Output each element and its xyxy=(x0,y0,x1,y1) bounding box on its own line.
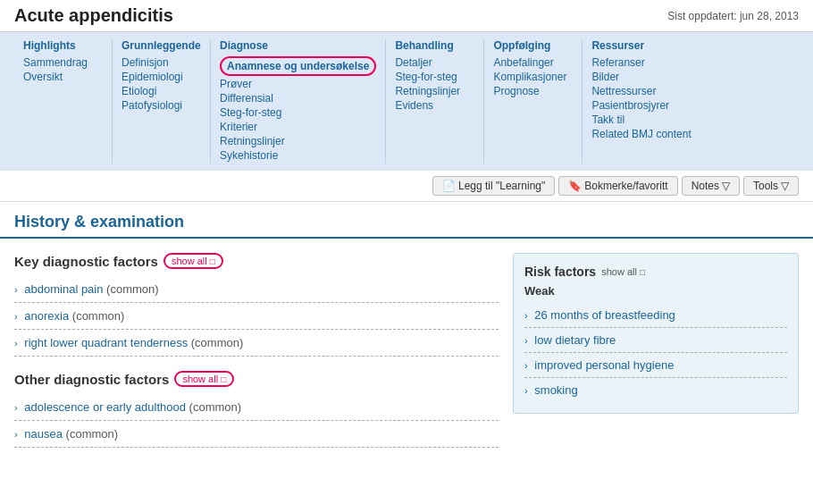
main-content: Key diagnostic factors show all □ › abdo… xyxy=(0,239,813,476)
nav-item-related-bmj[interactable]: Related BMJ content xyxy=(591,128,691,140)
chevron-icon: › xyxy=(14,311,18,322)
nav-item-evidens[interactable]: Evidens xyxy=(395,99,474,112)
nav-col-header-behandling: Behandling xyxy=(395,39,474,52)
other-factors-show-all-button[interactable]: show all □ xyxy=(174,371,234,387)
nav-item-definisjon[interactable]: Definisjon xyxy=(122,56,201,69)
nav-item-prover[interactable]: Prøver xyxy=(220,78,376,90)
nav-col-header-grunnleggende: Grunnleggende xyxy=(122,39,201,52)
chevron-icon: › xyxy=(524,385,528,396)
risk-item-dietary-fibre: › low dietary fibre xyxy=(524,328,787,353)
notes-label: Notes xyxy=(691,180,719,192)
risk-item-smoking: › smoking xyxy=(524,378,787,402)
tools-label: Tools xyxy=(753,180,778,192)
nav-item-retningslinjer-beh[interactable]: Retningslinjer xyxy=(395,85,474,97)
nav-columns: Highlights Sammendrag Oversikt Grunnlegg… xyxy=(14,39,799,164)
bookmark-icon: 🔖 xyxy=(568,180,582,192)
key-factors-show-all-icon: □ xyxy=(210,256,215,266)
add-to-learning-button[interactable]: 📄 Legg til "Learning" xyxy=(432,176,555,196)
bookmark-label: Bokmerke/favoritt xyxy=(584,180,667,192)
nav-item-anbefalinger[interactable]: Anbefalinger xyxy=(493,56,573,69)
key-factor-abdominal-pain: › abdominal pain (common) xyxy=(14,276,499,303)
key-factor-anorexia-link[interactable]: anorexia xyxy=(24,309,69,323)
bookmark-button[interactable]: 🔖 Bokmerke/favoritt xyxy=(558,176,677,196)
other-factor-nausea: › nausea (common) xyxy=(14,421,499,448)
nav-col-ressurser: Ressurser Referanser Bilder Nettressurse… xyxy=(583,39,700,164)
chevron-icon: › xyxy=(524,360,528,371)
nav-col-grunnleggende: Grunnleggende Definisjon Epidemiologi Et… xyxy=(113,39,211,164)
last-updated: Sist oppdatert: jun 28, 2013 xyxy=(667,10,799,22)
notes-chevron-icon: ▽ xyxy=(722,180,730,192)
nav-item-prognose[interactable]: Prognose xyxy=(493,85,573,97)
nav-menu: Highlights Sammendrag Oversikt Grunnlegg… xyxy=(0,32,813,171)
nav-item-retningslinjer-diag[interactable]: Retningslinjer xyxy=(220,135,376,147)
nav-item-kriterier[interactable]: Kriterier xyxy=(220,121,376,133)
nav-item-oversikt[interactable]: Oversikt xyxy=(23,71,103,83)
nav-item-patofysiologi[interactable]: Patofysiologi xyxy=(122,99,201,112)
toolbar: 📄 Legg til "Learning" 🔖 Bokmerke/favorit… xyxy=(0,171,813,202)
other-factor-adolescence-link[interactable]: adolescence or early adulthood xyxy=(24,400,186,414)
nav-item-differensial[interactable]: Differensial xyxy=(220,92,376,105)
key-factors-section: Key diagnostic factors show all □ › abdo… xyxy=(14,253,499,357)
nav-item-komplikasjoner[interactable]: Komplikasjoner xyxy=(493,71,573,83)
key-factors-title: Key diagnostic factors show all □ xyxy=(14,253,499,269)
add-to-learning-icon: 📄 xyxy=(442,180,456,192)
risk-breastfeeding-link[interactable]: 26 months of breastfeeding xyxy=(534,308,675,322)
page-title: Acute appendicitis xyxy=(14,5,173,26)
nav-col-diagnose: Diagnose Anamnese og undersøkelse Prøver… xyxy=(211,39,386,164)
nav-item-sykehistorie[interactable]: Sykehistorie xyxy=(220,149,376,162)
section-title: History & examination xyxy=(0,202,813,239)
other-factor-nausea-link[interactable]: nausea xyxy=(24,427,63,441)
nav-col-oppfolging: Oppfølging Anbefalinger Komplikasjoner P… xyxy=(484,39,583,164)
nav-item-detaljer[interactable]: Detaljer xyxy=(395,56,474,69)
risk-factors-panel: Risk factors show all □ Weak › 26 months… xyxy=(513,253,799,414)
nav-item-referanser[interactable]: Referanser xyxy=(591,56,691,69)
risk-item-personal-hygiene: › improved personal hygiene xyxy=(524,353,787,378)
nav-item-steg-for-steg-diag[interactable]: Steg-for-steg xyxy=(220,106,376,119)
chevron-icon: › xyxy=(14,429,18,440)
key-factor-anorexia: › anorexia (common) xyxy=(14,303,499,330)
nav-item-steg-for-steg-beh[interactable]: Steg-for-steg xyxy=(395,71,474,83)
risk-weak-title: Weak xyxy=(524,284,787,298)
other-factor-adolescence: › adolescence or early adulthood (common… xyxy=(14,394,499,421)
title-bar: Acute appendicitis Sist oppdatert: jun 2… xyxy=(0,0,813,32)
nav-item-pasientbrosjyrer[interactable]: Pasientbrosjyrer xyxy=(591,99,691,112)
other-factors-section: Other diagnostic factors show all □ › ad… xyxy=(14,371,499,448)
chevron-icon: › xyxy=(14,338,18,349)
chevron-icon: › xyxy=(14,284,18,295)
nav-col-behandling: Behandling Detaljer Steg-for-steg Retnin… xyxy=(386,39,484,164)
risk-item-breastfeeding: › 26 months of breastfeeding xyxy=(524,303,787,328)
nav-item-anamnese[interactable]: Anamnese og undersøkelse xyxy=(220,56,376,76)
nav-item-epidemiologi[interactable]: Epidemiologi xyxy=(122,71,201,83)
key-factor-right-lower-quadrant-link[interactable]: right lower quadrant tenderness xyxy=(24,336,188,349)
other-factors-title: Other diagnostic factors show all □ xyxy=(14,371,499,387)
key-factors-show-all-button[interactable]: show all □ xyxy=(163,253,223,269)
chevron-icon: › xyxy=(14,402,18,413)
chevron-icon: › xyxy=(524,310,528,321)
tools-chevron-icon: ▽ xyxy=(781,180,789,192)
tools-button[interactable]: Tools ▽ xyxy=(743,176,799,196)
key-factor-right-lower-quadrant: › right lower quadrant tenderness (commo… xyxy=(14,330,499,357)
key-factor-abdominal-pain-link[interactable]: abdominal pain xyxy=(24,282,103,296)
risk-show-all-icon: □ xyxy=(640,267,645,277)
nav-item-takk-til[interactable]: Takk til xyxy=(591,113,691,126)
nav-col-header-highlights: Highlights xyxy=(23,39,103,52)
chevron-icon: › xyxy=(524,335,528,346)
nav-item-bilder[interactable]: Bilder xyxy=(591,71,691,83)
risk-dietary-fibre-link[interactable]: low dietary fibre xyxy=(534,333,616,347)
nav-col-header-diagnose: Diagnose xyxy=(220,39,376,52)
add-to-learning-label: Legg til "Learning" xyxy=(458,180,545,192)
notes-button[interactable]: Notes ▽ xyxy=(682,176,740,196)
risk-personal-hygiene-link[interactable]: improved personal hygiene xyxy=(534,358,674,372)
nav-item-nettressurser[interactable]: Nettressurser xyxy=(591,85,691,97)
other-factors-show-all-icon: □ xyxy=(221,374,226,384)
risk-smoking-link[interactable]: smoking xyxy=(534,383,577,397)
nav-item-sammendrag[interactable]: Sammendrag xyxy=(23,56,103,69)
nav-item-etiologi[interactable]: Etiologi xyxy=(122,85,201,97)
left-panel: Key diagnostic factors show all □ › abdo… xyxy=(14,253,499,462)
risk-factors-title: Risk factors show all □ xyxy=(524,265,787,279)
nav-col-header-ressurser: Ressurser xyxy=(591,39,691,52)
nav-col-highlights: Highlights Sammendrag Oversikt xyxy=(14,39,113,164)
nav-col-header-oppfolging: Oppfølging xyxy=(493,39,573,52)
